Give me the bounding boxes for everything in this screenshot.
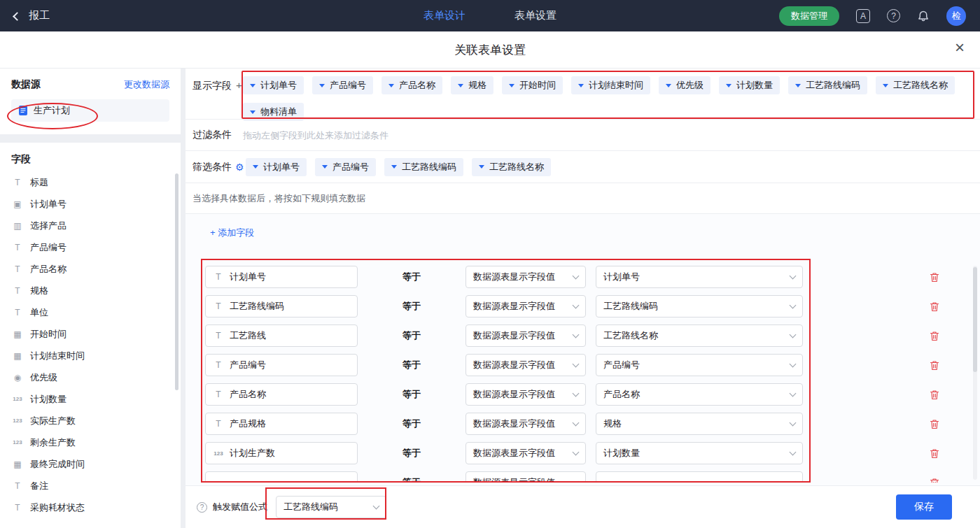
text-field-icon: T: [213, 360, 224, 370]
rule-source-select[interactable]: 数据源表显示字段值: [465, 354, 586, 376]
screen-chip[interactable]: 工艺路线编码: [384, 158, 463, 176]
rule-value-select[interactable]: [596, 471, 803, 483]
field-item[interactable]: ▦计划结束时间: [11, 345, 181, 366]
rule-value-select[interactable]: 计划数量: [596, 442, 803, 464]
field-item[interactable]: ◉优先级: [11, 366, 181, 388]
close-icon[interactable]: ×: [955, 39, 965, 56]
display-chip[interactable]: 开始时间: [502, 76, 563, 94]
field-item[interactable]: T单位: [11, 301, 181, 323]
translate-icon[interactable]: A: [856, 9, 870, 23]
data-manage-button[interactable]: 数据管理: [779, 6, 839, 26]
rules-scrollbar[interactable]: [973, 267, 977, 372]
delete-icon[interactable]: [929, 389, 940, 401]
rule-value-select[interactable]: 工艺路线名称: [596, 324, 803, 347]
field-item[interactable]: T规格: [11, 280, 181, 301]
field-item[interactable]: ▣计划单号: [11, 193, 181, 215]
rule-source-select[interactable]: 数据源表显示字段值: [465, 324, 586, 347]
rule-field-input[interactable]: T工艺路线编码: [205, 295, 358, 317]
chip-label: 开始时间: [519, 79, 556, 92]
delete-icon[interactable]: [929, 301, 940, 313]
field-item[interactable]: 123实际生产数: [11, 410, 181, 431]
rule-field-input[interactable]: T产品编号: [205, 354, 358, 376]
rule-source-select[interactable]: 数据源表显示字段值: [465, 266, 586, 288]
rule-field-input[interactable]: T产品规格: [205, 413, 358, 435]
top-bar: 报工 表单设计 表单设置 数据管理 A ? 检: [0, 0, 980, 31]
back-label[interactable]: 报工: [29, 9, 50, 22]
rule-field-input[interactable]: T工艺路线: [205, 324, 358, 347]
field-item[interactable]: T备注: [11, 475, 181, 497]
display-chip[interactable]: 计划结束时间: [571, 76, 650, 94]
chevron-down-icon: [790, 360, 797, 367]
delete-icon[interactable]: [929, 330, 940, 342]
delete-icon[interactable]: [929, 448, 940, 459]
field-item[interactable]: T产品编号: [11, 236, 181, 258]
field-item[interactable]: 123剩余生产数: [11, 431, 181, 453]
field-item[interactable]: 123计划数量: [11, 388, 181, 410]
field-item[interactable]: ▦开始时间: [11, 323, 181, 345]
datasource-item[interactable]: 生产计划: [11, 99, 169, 122]
display-chip[interactable]: 计划数量: [719, 76, 780, 94]
back-icon[interactable]: [13, 12, 22, 21]
display-chip[interactable]: 工艺路线编码: [788, 76, 867, 94]
rule-value-select[interactable]: 计划单号: [596, 266, 803, 288]
chevron-down-icon: [790, 419, 797, 426]
delete-icon[interactable]: [929, 359, 940, 371]
rule-value-select[interactable]: 规格: [596, 413, 803, 435]
add-field-link[interactable]: + 添加字段: [210, 227, 254, 239]
rule-value: 计划数量: [603, 447, 640, 459]
display-chip[interactable]: 优先级: [659, 76, 710, 94]
trigger-field-select[interactable]: 工艺路线编码: [276, 496, 386, 518]
save-button[interactable]: 保存: [896, 494, 952, 520]
rule-value: 工艺路线名称: [603, 329, 658, 342]
delete-icon[interactable]: [929, 477, 940, 483]
field-item[interactable]: T产品名称: [11, 258, 181, 280]
display-chip[interactable]: 物料清单: [243, 103, 304, 121]
sidebar-scrollbar[interactable]: [175, 173, 178, 390]
rule-source-select[interactable]: 数据源表显示字段值: [465, 295, 586, 317]
display-chip[interactable]: 产品名称: [382, 76, 442, 94]
rule-field-input[interactable]: [205, 471, 358, 483]
bell-icon[interactable]: [917, 10, 930, 22]
rule-value-select[interactable]: 产品编号: [596, 354, 803, 376]
help-icon[interactable]: ?: [197, 502, 207, 513]
rule-source-select[interactable]: 数据源表显示字段值: [465, 471, 586, 483]
change-datasource-link[interactable]: 更改数据源: [124, 78, 169, 91]
rule-operator: 等于: [402, 447, 430, 459]
rule-source-select[interactable]: 数据源表显示字段值: [465, 442, 586, 464]
rule-source-value: 数据源表显示字段值: [473, 329, 555, 342]
field-label: 计划结束时间: [30, 350, 85, 362]
caret-down-icon: [253, 165, 258, 169]
display-chip[interactable]: 计划单号: [243, 76, 304, 94]
screen-chip[interactable]: 工艺路线名称: [472, 158, 551, 176]
tab-form-design[interactable]: 表单设计: [424, 9, 465, 22]
date-field-icon: ▦: [11, 351, 24, 361]
rule-value-select[interactable]: 工艺路线编码: [596, 295, 803, 317]
display-chip[interactable]: 工艺路线名称: [876, 76, 955, 94]
rule-field-input[interactable]: T产品名称: [205, 383, 358, 406]
rule-source-select[interactable]: 数据源表显示字段值: [465, 383, 586, 406]
display-chip[interactable]: 产品编号: [312, 76, 373, 94]
filter-dropzone[interactable]: 拖动左侧字段到此处来添加过滤条件: [243, 129, 388, 142]
delete-icon[interactable]: [929, 271, 940, 283]
field-item[interactable]: ▥选择产品: [11, 215, 181, 236]
display-chip[interactable]: 规格: [451, 76, 493, 94]
field-item[interactable]: T标题: [11, 171, 181, 193]
rule-field-input[interactable]: 123计划生产数: [205, 442, 358, 464]
rule-source-select[interactable]: 数据源表显示字段值: [465, 413, 586, 435]
field-item[interactable]: ▦最终完成时间: [11, 453, 181, 475]
avatar[interactable]: 检: [946, 6, 966, 26]
display-chips: 计划单号 产品编号 产品名称 规格 开始时间 计划结束时间 优先级 计划数量 工…: [243, 76, 969, 119]
screen-chip[interactable]: 计划单号: [246, 158, 307, 176]
field-item[interactable]: T采购耗材状态: [11, 497, 181, 518]
delete-icon[interactable]: [929, 418, 940, 430]
rule-row: T产品规格 等于 数据源表显示字段值 规格: [205, 413, 980, 435]
tab-form-settings[interactable]: 表单设置: [514, 9, 556, 22]
rule-value-select[interactable]: 产品名称: [596, 383, 803, 406]
fill-rules-area: + 添加字段 T计划单号 等于 数据源表显示字段值 计划单号 T工艺路线编码 等…: [186, 214, 980, 485]
trigger-formula-label: 触发赋值公式: [213, 501, 267, 513]
screen-chip[interactable]: 产品编号: [315, 158, 376, 176]
rule-field-input[interactable]: T计划单号: [205, 266, 358, 288]
add-display-field-icon[interactable]: +: [236, 79, 242, 91]
help-icon[interactable]: ?: [887, 9, 900, 22]
gear-icon[interactable]: ⚙: [235, 162, 244, 172]
